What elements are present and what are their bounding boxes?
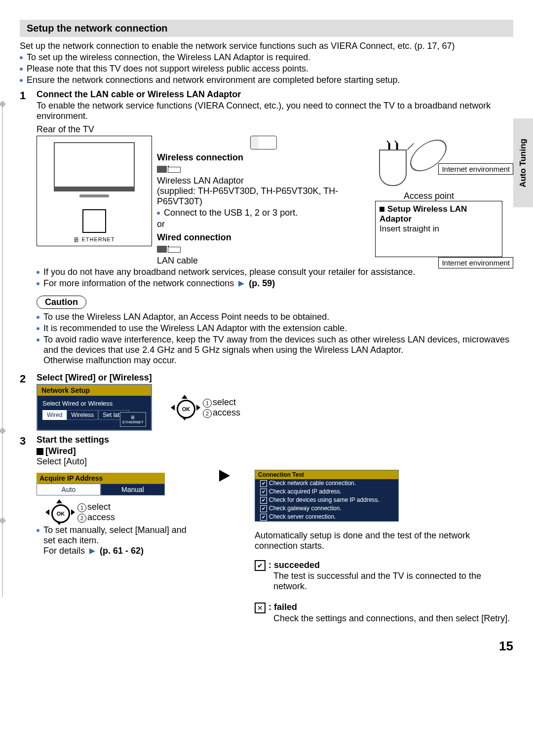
- osd-prompt: Select Wired or Wireless: [42, 400, 146, 407]
- checkbox-icon: ✔: [260, 497, 267, 504]
- auto-setup-text: Automatically setup is done and the test…: [255, 530, 513, 551]
- caution-bullet: To avoid radio wave interference, keep t…: [37, 335, 513, 366]
- step-3: 3 Start the settings [Wired] Select [Aut…: [20, 435, 513, 624]
- network-setup-osd: Network Setup Select Wired or Wireless W…: [37, 384, 152, 431]
- lan-plug-icon: [157, 246, 370, 253]
- wireless-connection-title: Wireless connection: [157, 152, 370, 163]
- page-ref: (p. 61 - 62): [100, 546, 144, 556]
- step1-desc: To enable the network service functions …: [37, 101, 513, 121]
- ethernet-port-icon: [82, 209, 106, 233]
- usb-drive-icon: [250, 136, 277, 150]
- check-item: Check server connection.: [269, 513, 336, 520]
- step-marker: [0, 517, 6, 524]
- circled-1-icon: 1: [203, 399, 212, 408]
- side-tab-label: Auto Tuning: [518, 139, 528, 188]
- caution-bullet: It is recommended to use the Wireless LA…: [37, 323, 513, 334]
- ok-button-icon: OK: [45, 500, 75, 524]
- step-marker: [0, 427, 6, 434]
- succeeded-row: ✔: succeeded The test is successful and …: [255, 560, 513, 592]
- lan-cable-label: LAN cable: [157, 256, 370, 266]
- remote-control-hint: OK 1select 2access: [162, 396, 240, 419]
- section-header: Setup the network connection: [20, 20, 513, 37]
- step1-final-bullets: If you do not have any broadband network…: [37, 267, 513, 289]
- step1-title: Connect the LAN cable or Wireless LAN Ad…: [37, 89, 513, 100]
- check-item: Check acquired IP address.: [269, 488, 342, 495]
- supplied-models: (supplied: TH-P65VT30D, TH-P65VT30K, TH-…: [157, 186, 370, 207]
- internet-box-wireless: Internet environment: [438, 163, 513, 175]
- ip-option-auto: Auto: [37, 484, 101, 495]
- page-arrow-icon: [238, 281, 244, 287]
- caution-bullets: To use the Wireless LAN Adaptor, an Acce…: [37, 312, 513, 366]
- osd-option-wireless: Wireless: [67, 410, 98, 420]
- more-info-note: For more information of the network conn…: [37, 278, 513, 289]
- page-number: 15: [20, 639, 513, 654]
- intro-bullet: To set up the wireless connection, the W…: [20, 52, 513, 63]
- square-bullet-icon: [380, 207, 384, 212]
- access-point-icon: [379, 150, 407, 186]
- access-label: access: [213, 408, 240, 417]
- tv-screen-graphic: [54, 142, 135, 191]
- circled-2-icon: 2: [203, 409, 212, 418]
- side-tab: Auto Tuning: [513, 118, 533, 207]
- check-item: Check for devices using same IP address.: [269, 496, 380, 503]
- select-auto-label: Select [Auto]: [37, 456, 513, 467]
- connection-diagram: 몲 ETHERNET Wireless connection Wireless …: [37, 136, 513, 266]
- step-number: 3: [20, 435, 37, 624]
- setup-wlan-box: Setup Wireless LAN Adaptor Insert straig…: [375, 201, 502, 257]
- ok-label: OK: [51, 504, 70, 523]
- intro-bullet: Ensure the network connections and netwo…: [20, 75, 513, 85]
- ip-osd-header: Acquire IP Address: [37, 473, 165, 484]
- succeeded-text: The test is successful and the TV is con…: [273, 571, 513, 592]
- access-point-label: Access point: [404, 191, 454, 201]
- select-label: select: [213, 397, 236, 407]
- setup-wlan-title: Setup Wireless LAN Adaptor: [380, 204, 467, 224]
- step-marker: [0, 101, 6, 108]
- osd-option-wired: Wired: [42, 410, 67, 420]
- connection-test-box: Connection Test ✔Check network cable con…: [255, 470, 399, 522]
- circled-2-icon: 2: [77, 514, 86, 523]
- step-2: 2 Select [Wired] or [Wireless] Network S…: [20, 373, 513, 431]
- page-arrow-icon: [89, 548, 95, 554]
- checked-box-icon: ✔: [255, 560, 266, 571]
- checkbox-icon: ✔: [260, 505, 267, 512]
- access-label: access: [87, 512, 115, 522]
- checkbox-icon: ✔: [260, 480, 267, 487]
- tv-rear-panel: 몲 ETHERNET: [37, 136, 152, 246]
- page-ref: (p. 59): [249, 278, 275, 288]
- wlan-adaptor-label: Wireless LAN Adaptor: [157, 176, 370, 186]
- manual-note: To set manually, select [Manual] and set…: [37, 525, 194, 556]
- wireless-adaptor-plug-icon: [157, 166, 370, 173]
- select-label: select: [87, 502, 111, 512]
- caution-pill: Caution: [37, 296, 86, 309]
- step-number: 1: [20, 89, 37, 369]
- intro-bullets: To set up the wireless connection, the W…: [20, 52, 513, 85]
- step-1: 1 Connect the LAN cable or Wireless LAN …: [20, 89, 513, 369]
- rear-of-tv-label: Rear of the TV: [37, 124, 513, 135]
- intro-text: Set up the network connection to enable …: [20, 41, 513, 51]
- failed-text: Check the settings and connections, and …: [273, 613, 513, 624]
- check-item: Check gateway connection.: [269, 505, 342, 512]
- caution-bullet: To use the Wireless LAN Adaptor, an Acce…: [37, 312, 513, 322]
- check-item: Check network cable connection.: [269, 480, 356, 487]
- connect-usb-note: Connect to the USB 1, 2 or 3 port.: [157, 208, 370, 218]
- step3-title: Start the settings: [37, 435, 513, 445]
- remote-control-hint: OK 1select 2access: [37, 500, 194, 524]
- big-arrow-icon: [219, 470, 230, 482]
- checkbox-icon: ✔: [260, 514, 267, 521]
- mid-column: Wireless connection Wireless LAN Adaptor…: [157, 136, 370, 266]
- ip-option-manual: Manual: [101, 484, 165, 495]
- ethernet-port-label: 몲 ETHERNET: [40, 236, 149, 243]
- or-label: or: [157, 219, 370, 229]
- square-bullet-icon: [37, 448, 43, 455]
- broadband-note: If you do not have any broadband network…: [37, 267, 513, 277]
- ok-label: OK: [177, 400, 195, 418]
- connection-test-header: Connection Test: [255, 470, 398, 479]
- ok-button-icon: OK: [171, 396, 200, 419]
- intro-bullet: Please note that this TV does not suppor…: [20, 64, 513, 74]
- wired-connection-title: Wired connection: [157, 232, 370, 243]
- x-box-icon: ✕: [255, 603, 266, 613]
- step2-title: Select [Wired] or [Wireless]: [37, 373, 513, 383]
- ethernet-icon-box: 몲ETHERNET: [120, 412, 146, 427]
- step-number: 2: [20, 373, 37, 431]
- insert-straight-label: Insert straight in: [380, 224, 498, 234]
